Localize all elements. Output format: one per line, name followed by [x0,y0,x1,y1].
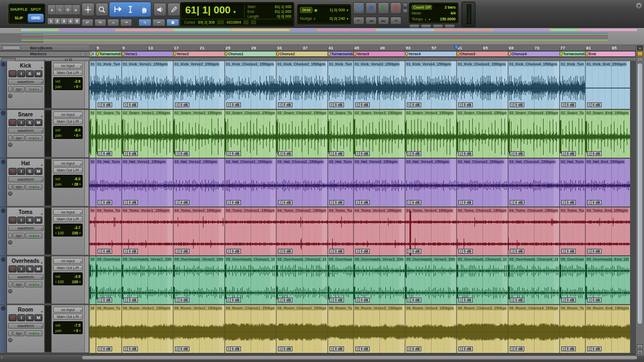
marker-Verse1[interactable]: Verse1 [121,51,173,56]
grid-value[interactable]: 1| 0| 000 [330,8,345,12]
universe-overview[interactable] [0,28,644,45]
end-value[interactable]: 61| 1| 000 [275,10,291,13]
region-gain-badge[interactable]: ↥0 dB [175,249,189,254]
track-view-selector[interactable]: waveform▾ [8,274,43,280]
audio-region[interactable]: 01_Kick_Chorus3_150bpm↥0 dB [456,61,508,109]
audio-region[interactable]: 04_Toms_Turnaround3_150bpm↥0 dB [559,208,585,255]
audio-region[interactable]: 01_Kick_Verse2_150bpm↥0 dB [173,61,224,109]
input-selector[interactable]: no input▾ [53,209,83,215]
track-options-knob[interactable] [8,338,12,342]
region-gain-badge[interactable]: ↥0 dB [123,346,138,351]
audio-region[interactable]: 03_Hat_End_150bpm↥0 dB [585,159,630,206]
audio-region[interactable]: 04_Toms_Verse3_150bpm↥0 dB [353,208,405,255]
audio-region[interactable]: 05_Overheads_Chorus1_150bpm↥0 dB [224,256,276,304]
track-content-lane[interactable]: 0606_Room_Turnaround1_150bpm↥0 dB06_Room… [89,305,635,353]
timebase-selector[interactable]: dyn [13,282,25,287]
vol-pan-display[interactable]: vol-7.5 pan‹ 0 › [53,321,83,334]
region-gain-badge[interactable]: ↥0 dB [458,298,473,302]
region-gain-badge[interactable]: ↥0 dB [587,102,602,107]
region-gain-badge[interactable]: ↥0 dB [98,346,112,351]
mode-spot-button[interactable]: SPOT [28,5,43,13]
region-gain-badge[interactable]: ↥0 dB [278,249,292,254]
region-gain-badge[interactable]: ↥0 dB [587,200,602,205]
crosshair-tool-button[interactable] [82,3,94,16]
region-gain-badge[interactable]: ↥0 dB [123,151,138,156]
mute-button[interactable]: M [34,70,42,77]
grid-display-icon[interactable] [251,20,256,24]
h-scroll-left-icon[interactable]: ⊦ [1,356,3,360]
automation-mode-selector[interactable]: read ▾ [25,233,42,239]
audio-region[interactable]: 03_Hat_Turnaround2_150bpm↥0 dB [327,159,353,206]
timebase-selector[interactable]: dyn [13,233,25,239]
metronome-button[interactable] [409,24,420,28]
solo-button[interactable]: S [26,119,34,126]
add-marker-button[interactable]: + [80,51,85,56]
region-gain-badge[interactable]: ↥0 dB [330,346,344,351]
audio-region[interactable]: 02_Snare_Turnaround1_150bpm↥0 dB [96,110,121,158]
audio-region[interactable]: 05_Overheads_End_150bpm↥0 dB [585,256,630,304]
audio-region[interactable]: 06_Room_Verse3_150bpm↥0 dB [353,305,405,353]
marker-flag-icon[interactable] [586,52,588,56]
audio-region[interactable]: 02_Snare_Chorus3_150bpm↥0 dB [456,110,508,158]
vol-pan-display[interactable]: vol-6.0 pan‹ 0 › [53,126,83,139]
audio-region[interactable]: 02_Snare_Chorus4_150bpm↥0 dB [508,110,559,158]
mute-button[interactable]: M [34,314,42,321]
region-gain-badge[interactable]: ↥0 dB [226,346,241,351]
audio-region[interactable]: 01_Kick_Turnaround1_150bpm↥0 dB [96,61,121,109]
tempo-value[interactable]: 150.0000 [440,17,456,21]
region-gain-badge[interactable]: ↥0 dB [355,102,370,107]
audio-region[interactable]: 04_Toms_Turnaround1_150bpm↥0 dB [96,208,121,255]
v-scroll-thumb[interactable] [637,63,643,324]
input-monitor-button[interactable]: I [17,119,25,126]
audio-region[interactable]: 01_Kick_Verse1_150bpm↥0 dB [121,61,173,109]
return-to-zero-button[interactable]: ⇤ [353,17,364,25]
region-gain-badge[interactable]: ↥0 dB [510,200,524,205]
audio-region[interactable]: 04_Toms_Chorus4_150bpm↥0 dB [508,208,559,255]
region-gain-badge[interactable]: ↥0 dB [123,298,138,302]
transport-expand-top[interactable] [402,3,408,8]
online-button[interactable] [353,2,364,14]
output-selector[interactable]: Main Out L/R⊣ [53,167,83,173]
play-button[interactable] [378,2,389,14]
audio-region[interactable]: 04_Toms_Verse2_150bpm↥0 dB [173,208,224,255]
region-gain-badge[interactable]: ↥0 dB [510,102,524,107]
audio-region[interactable]: 06_Room_Chorus2_150bpm↥0 dB [276,305,327,353]
marker-Chorus4[interactable]: Chorus4 [508,51,559,56]
marker-Turnaround3[interactable]: Turnaround3 [559,51,585,56]
track-content-lane[interactable]: 0101_Kick_Turnaround1_150bpm↥0 dB01_Kick… [89,61,635,109]
zoom-preset-5[interactable]: 5 [74,18,80,25]
audio-region[interactable]: 03_Hat_Chorus2_150bpm↥0 dB [276,159,327,206]
audio-region[interactable]: 05_Overheads_Chorus2_150bpm↥0 dB [276,256,327,304]
region-gain-badge[interactable]: ↥0 dB [330,200,344,205]
input-selector[interactable]: no input▾ [53,307,83,313]
audio-region[interactable]: 05_Overheads_Verse4_150bpm↥0 dB [405,256,456,304]
count-off-button[interactable] [421,24,431,28]
region-gain-badge[interactable]: ↥0 dB [330,298,344,302]
input-selector[interactable]: no input▾ [53,112,83,117]
track-content-lane[interactable]: 0505_Overheads_Turnaround1_150bpm↥0 dB05… [89,256,635,304]
region-gain-badge[interactable]: ↥0 dB [407,298,421,302]
length-value[interactable]: 0| 0| 000 [277,14,291,18]
audio-region[interactable]: 01_Kick_End_150bpm↥0 dB [585,61,630,109]
input-selector[interactable]: no input▾ [53,258,83,264]
region-gain-badge[interactable]: ↥0 dB [458,102,473,107]
region-gain-badge[interactable]: ↥0 dB [561,102,576,107]
trim-tool-button[interactable] [111,3,123,16]
grabber-tool-button[interactable] [137,3,150,16]
zoom-in-arrow[interactable]: ▸ [72,5,80,14]
ruler-view-selector[interactable] [2,46,20,50]
scrubber-tool-button[interactable] [153,3,166,16]
region-gain-badge[interactable]: ↥0 dB [123,102,138,107]
audio-region[interactable]: 05_Overheads_Verse3_150bpm↥0 dB [353,256,405,304]
link-track-edit-icon[interactable]: ⇆ [94,19,106,26]
track-options-knob[interactable] [8,191,12,196]
region-gain-badge[interactable]: ↥0 dB [561,200,576,205]
ruler-options-icon[interactable]: ▾ [637,46,643,50]
record-enable-button[interactable] [9,168,17,175]
audio-region[interactable]: 03_Hat_Verse2_150bpm↥0 dB [173,159,224,206]
insertion-follows-playback-icon[interactable]: ∿ [138,19,151,26]
audio-region[interactable]: 05_Overheads_Turnaround3_150bpm↥0 dB [559,256,585,304]
meter-label[interactable]: Meter [412,11,421,15]
main-counter-value[interactable]: 61| 1| 000 ▾ [185,4,236,16]
zoom-preset-1[interactable]: 1 [47,18,54,25]
